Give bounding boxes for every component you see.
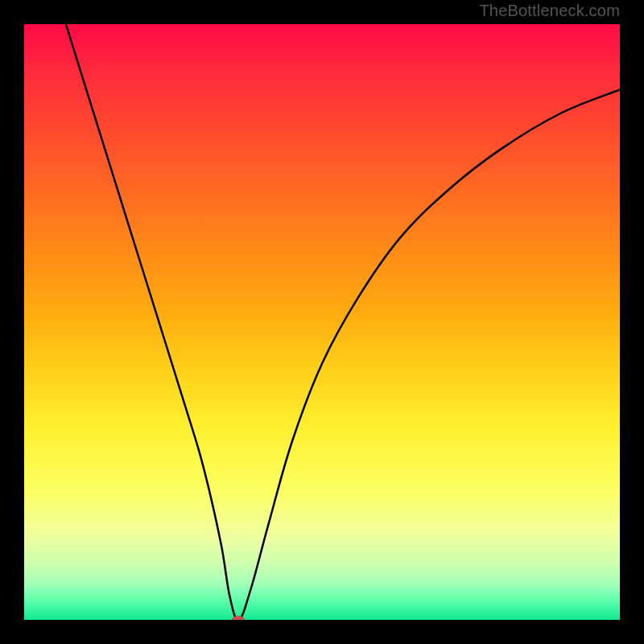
attribution-text: TheBottleneck.com — [479, 2, 620, 20]
bottleneck-curve-path — [66, 24, 620, 620]
bottleneck-curve — [24, 24, 620, 620]
curve-minimum-marker — [232, 616, 245, 620]
chart-frame: TheBottleneck.com — [0, 0, 644, 644]
plot-area — [24, 24, 620, 620]
